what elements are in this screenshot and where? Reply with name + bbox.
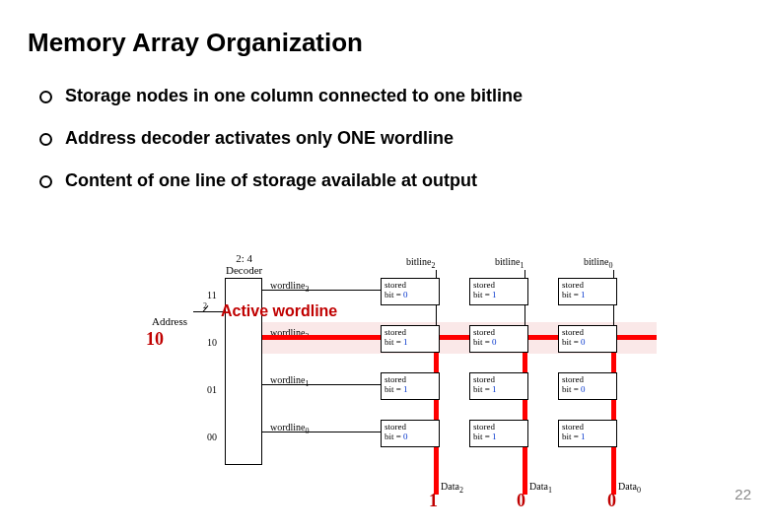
cell-r3-c0: storedbit = 1 (558, 278, 617, 305)
cell-r3-c2: storedbit = 0 (381, 278, 440, 305)
decoder-code-01: 01 (207, 384, 217, 395)
address-wire (193, 311, 223, 312)
data-value-2: 1 (429, 491, 438, 511)
data-label-0: Data0 (618, 481, 641, 495)
address-width: 2 (203, 301, 207, 310)
cell-r1-c2: storedbit = 1 (381, 372, 440, 400)
decoder-code-00: 00 (207, 432, 217, 442)
wordline-0 (262, 432, 381, 432)
wordline-1 (262, 384, 381, 385)
bitline-0-active (611, 337, 616, 495)
decoder-code-11: 11 (207, 290, 217, 300)
data-label-2: Data2 (441, 481, 463, 495)
cell-r1-c1: storedbit = 1 (469, 372, 528, 400)
wordline-label-3: wordline3 (270, 280, 310, 294)
bullet-1: Storage nodes in one column connected to… (39, 86, 741, 106)
bitline-1-active (523, 337, 527, 495)
cell-r0-c0: storedbit = 1 (558, 420, 617, 447)
bullet-2: Address decoder activates only ONE wordl… (39, 128, 741, 149)
active-wordline-label: Active wordline (221, 302, 337, 320)
cell-r1-c0: storedbit = 0 (558, 372, 617, 400)
memory-array-diagram: 2: 4Decoder Address 2 10 11 10 01 00 Act… (148, 266, 661, 522)
wordline-label-0: wordline0 (270, 422, 310, 435)
wordline-label-1: wordline1 (270, 374, 310, 388)
bitline-label-2: bitline2 (406, 256, 436, 270)
data-label-1: Data1 (529, 481, 552, 495)
cell-r2-c2: storedbit = 1 (381, 325, 440, 353)
data-value-1: 0 (517, 491, 525, 511)
bitline-label-0: bitline0 (584, 256, 613, 270)
cell-r0-c2: storedbit = 0 (381, 420, 440, 447)
bitline-label-1: bitline1 (495, 256, 524, 270)
bullet-3: Content of one line of storage available… (39, 170, 741, 191)
bullet-list: Storage nodes in one column connected to… (28, 86, 741, 191)
cell-r2-c0: storedbit = 0 (558, 325, 617, 353)
bitline-2-active (434, 337, 439, 495)
cell-r0-c1: storedbit = 1 (469, 420, 528, 447)
page-title: Memory Array Organization (28, 28, 741, 58)
cell-r2-c1: storedbit = 0 (469, 325, 528, 353)
decoder-code-10: 10 (207, 337, 217, 348)
cell-r3-c1: storedbit = 1 (469, 278, 528, 305)
decoder-label: 2: 4Decoder (226, 252, 262, 276)
data-value-0: 0 (607, 491, 616, 511)
wordline-3 (262, 290, 381, 291)
address-value: 10 (146, 329, 164, 350)
page-number: 22 (734, 486, 751, 502)
address-label: Address (152, 315, 187, 327)
